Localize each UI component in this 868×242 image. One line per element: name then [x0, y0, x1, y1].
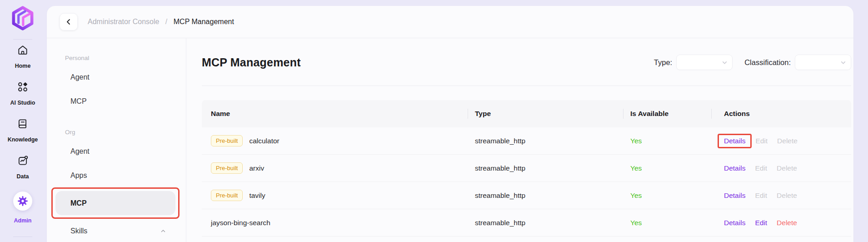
chevron-down-icon	[840, 60, 846, 66]
chevron-down-icon	[722, 60, 728, 66]
edit-link[interactable]: Edit	[755, 219, 767, 227]
delete-link[interactable]: Delete	[777, 137, 798, 145]
details-link[interactable]: Details	[724, 164, 745, 172]
breadcrumb: Administrator Console / MCP Management	[88, 18, 234, 26]
type-filter-label: Type:	[654, 58, 672, 67]
back-button[interactable]	[60, 13, 78, 30]
rail-label: Admin	[14, 217, 32, 224]
classification-filter-group: Classification:	[744, 55, 851, 70]
content-card: Administrator Console / MCP Management P…	[47, 6, 853, 242]
mcp-type: streamable_http	[468, 137, 623, 145]
rail-divider	[13, 39, 32, 40]
section-divider	[202, 86, 851, 86]
edit-link[interactable]: Edit	[755, 164, 767, 172]
rail-divider	[13, 237, 32, 237]
rail-item-admin[interactable]: Admin	[13, 192, 32, 224]
classification-filter-select[interactable]	[795, 55, 851, 70]
mcp-type: streamable_http	[468, 164, 623, 172]
rail-label: Home	[15, 63, 31, 69]
breadcrumb-separator: /	[165, 18, 167, 25]
annotation-box-details: Details	[718, 134, 752, 148]
details-link[interactable]: Details	[724, 192, 745, 200]
table-row: Pre-built tavily streamable_http Yes Det…	[202, 182, 851, 209]
sidebar-section-personal: Personal	[65, 55, 186, 61]
delete-link[interactable]: Delete	[777, 164, 797, 172]
mcp-type: streamable_http	[468, 219, 623, 227]
breadcrumb-header: Administrator Console / MCP Management	[47, 6, 853, 38]
prebuilt-badge: Pre-built	[211, 190, 243, 201]
table-row: jayson-bing-search streamable_http Yes D…	[202, 209, 851, 237]
ai-studio-icon	[17, 81, 29, 93]
chevron-up-icon	[160, 228, 166, 234]
delete-link[interactable]: Delete	[777, 192, 797, 200]
admin-sidebar: Personal Agent MCP Org Agent Apps MCP Sk…	[47, 38, 186, 242]
classification-filter-label: Classification:	[744, 58, 791, 67]
app-logo-icon[interactable]	[10, 5, 35, 31]
rail-item-home[interactable]: Home	[15, 44, 31, 69]
column-header-is-available: Is Available	[623, 100, 711, 127]
breadcrumb-parent[interactable]: Administrator Console	[88, 18, 159, 25]
mcp-name: calculator	[249, 137, 279, 145]
prebuilt-badge: Pre-built	[211, 162, 243, 174]
is-available-value: Yes	[623, 192, 711, 200]
edit-link[interactable]: Edit	[755, 192, 767, 200]
mcp-type: streamable_http	[468, 192, 623, 200]
type-filter-select[interactable]	[676, 55, 733, 70]
type-filter-group: Type:	[654, 55, 733, 70]
annotation-box-sidebar-mcp: MCP	[51, 187, 180, 219]
filters: Type: Classification:	[654, 55, 851, 70]
table-header-row: Name Type Is Available Actions	[202, 100, 851, 127]
sidebar-item-personal-agent[interactable]: Agent	[47, 65, 186, 89]
is-available-value: Yes	[623, 164, 711, 172]
column-header-type: Type	[468, 100, 623, 127]
details-link[interactable]: Details	[724, 219, 745, 227]
rail-label: Data	[16, 173, 29, 180]
rail-label: AI Studio	[10, 100, 35, 106]
knowledge-icon	[17, 118, 29, 130]
edit-link[interactable]: Edit	[755, 137, 768, 145]
page-title: MCP Management	[202, 56, 301, 69]
table-row: Pre-built arxiv streamable_http Yes Deta…	[202, 155, 851, 182]
admin-active-circle	[13, 192, 32, 211]
sidebar-item-label: Skills	[70, 227, 87, 235]
is-available-value: Yes	[623, 137, 711, 145]
sidebar-item-personal-mcp[interactable]: MCP	[47, 89, 186, 113]
breadcrumb-current: MCP Management	[174, 18, 234, 25]
back-chevron-icon	[65, 18, 72, 25]
prebuilt-badge: Pre-built	[211, 135, 243, 146]
mcp-name: tavily	[249, 192, 265, 200]
mcp-name: jayson-bing-search	[211, 219, 270, 227]
admin-gear-icon	[17, 195, 29, 207]
mcp-name: arxiv	[249, 164, 264, 172]
sidebar-item-org-mcp[interactable]: MCP	[55, 191, 175, 215]
primary-nav-rail: Home AI Studio Knowledge Data	[0, 0, 45, 242]
mcp-management-panel: MCP Management Type: Classification:	[186, 38, 853, 242]
sidebar-item-org-skills[interactable]: Skills	[47, 219, 186, 242]
column-header-actions: Actions	[711, 100, 851, 127]
rail-item-ai-studio[interactable]: AI Studio	[10, 81, 35, 106]
sidebar-item-org-agent[interactable]: Agent	[47, 139, 186, 163]
sidebar-item-org-apps[interactable]: Apps	[47, 163, 186, 187]
mcp-table: Name Type Is Available Actions Pre-built…	[202, 100, 851, 237]
rail-item-data[interactable]: Data	[16, 155, 29, 180]
rail-item-knowledge[interactable]: Knowledge	[8, 118, 38, 143]
table-row: Pre-built calculator streamable_http Yes…	[202, 127, 851, 155]
rail-label: Knowledge	[8, 136, 38, 143]
is-available-value: Yes	[623, 219, 711, 227]
column-header-name: Name	[202, 100, 468, 127]
data-icon	[17, 155, 29, 166]
home-icon	[17, 44, 29, 56]
delete-link[interactable]: Delete	[777, 219, 797, 227]
sidebar-section-org: Org	[65, 129, 186, 136]
details-link[interactable]: Details	[724, 137, 745, 145]
